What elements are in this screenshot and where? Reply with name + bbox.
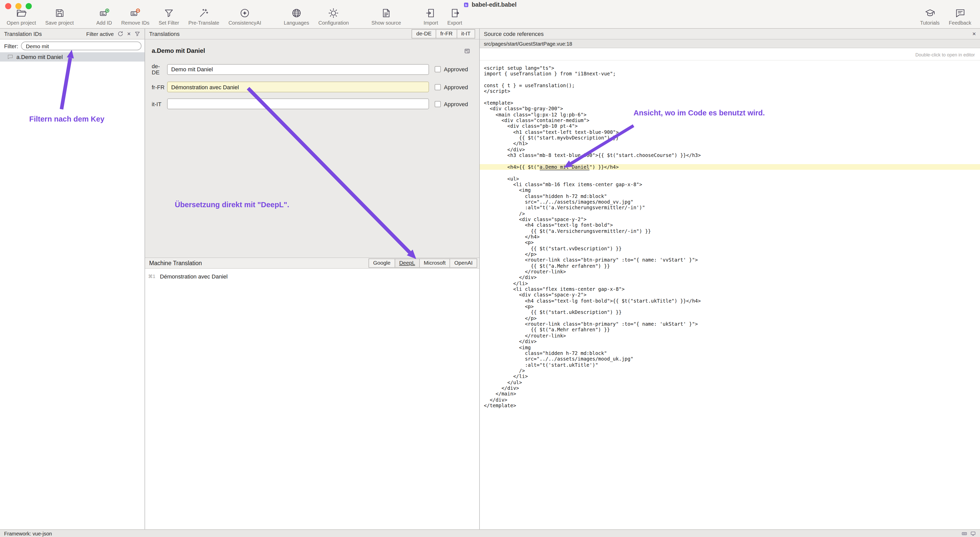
code-line: </script> — [484, 88, 980, 94]
mt-tab-deepl[interactable]: DeepL — [395, 258, 420, 268]
toolbar-button-label: Save project — [45, 20, 74, 25]
mt-tab-google[interactable]: Google — [369, 258, 395, 268]
display-icon[interactable] — [970, 531, 976, 536]
translation-row-de-DE: de-DEApproved — [152, 63, 471, 75]
toolbar-open-project-button[interactable]: Open project — [2, 8, 41, 25]
source-code-title: Source code references — [484, 31, 544, 37]
code-line: <div class="pb-10 pt-4"> — [484, 123, 980, 129]
toolbar-button-label: Import — [424, 20, 438, 25]
translations-header: Translations de-DEfr-FRit-IT — [145, 29, 479, 40]
filter-input[interactable] — [21, 41, 142, 50]
translation-id-label: a.Demo mit Daniel — [16, 54, 63, 60]
main-area: Translation IDs Filter active × Filter: … — [0, 29, 980, 529]
open-editor-hint: Double-click to open in editor — [480, 48, 980, 61]
toolbar-set-filter-button[interactable]: Set Filter — [154, 8, 184, 25]
language-tab-de-DE[interactable]: de-DE — [412, 29, 436, 38]
tag-minus-icon — [130, 8, 141, 19]
translation-input-it-IT[interactable] — [167, 99, 429, 109]
mt-tab-microsoft[interactable]: Microsoft — [420, 258, 450, 268]
mt-suggestion-row[interactable]: ⌘1 Démonstration avec Daniel — [148, 272, 476, 280]
toolbar-consistencyai-button[interactable]: ConsistencyAI — [224, 8, 266, 25]
translation-rows: de-DEApprovedfr-FRApprovedit-ITApproved — [152, 63, 471, 109]
code-line: </router-link> — [484, 269, 980, 275]
window-title-text: babel-edit.babel — [471, 2, 516, 8]
toolbar-add-id-button[interactable]: Add ID — [92, 8, 117, 25]
code-line: </div> — [484, 275, 980, 280]
code-line: </li> — [484, 373, 980, 379]
translation-row-fr-FR: fr-FRApproved — [152, 81, 471, 92]
mt-tab-openai[interactable]: OpenAI — [450, 258, 477, 268]
toolbar-tutorials-button[interactable]: Tutorials — [915, 8, 944, 25]
toolbar-button-label: Feedback — [949, 20, 971, 25]
translation-ids-title: Translation IDs — [4, 31, 42, 37]
code-line: <router-link class="btn-primary" :to="{ … — [484, 257, 980, 263]
machine-translation-body: ⌘1 Démonstration avec Daniel — [145, 269, 479, 529]
approved-checkbox[interactable] — [434, 101, 441, 107]
code-line: </template> — [484, 403, 980, 408]
code-line: {{ $t("a.Versicherungsvermittler/-in") }… — [484, 228, 980, 234]
toolbar-feedback-button[interactable]: Feedback — [944, 8, 976, 25]
file-reference-bar[interactable]: src/pages/start/GuestStartPage.vue:18 — [480, 40, 980, 48]
code-line: {{ $t("a.Mehr erfahren") }} — [484, 263, 980, 269]
globe-icon — [291, 8, 302, 19]
toolbar-button-label: Set Filter — [159, 20, 179, 25]
mt-shortcut-badge: ⌘1 — [148, 274, 155, 279]
toolbar-configuration-button[interactable]: Configuration — [314, 8, 353, 25]
translations-content: a.Demo mit Daniel de-DEApprovedfr-FRAppr… — [145, 40, 479, 258]
toolbar-pre-translate-button[interactable]: Pre-Translate — [184, 8, 224, 25]
babeledit-window: b babel-edit.babel Open projectSave proj… — [0, 0, 980, 537]
toolbar-save-project-button[interactable]: Save project — [41, 8, 78, 25]
machine-translation-tabs: GoogleDeepLMicrosoftOpenAI — [369, 258, 477, 268]
save-icon — [54, 8, 65, 19]
source-code-header: Source code references × — [480, 29, 980, 40]
filter-row: Filter: — [0, 40, 145, 52]
code-line: <img — [484, 187, 980, 193]
code-line: {{ $t("start.vvDescription") }} — [484, 245, 980, 251]
annotation-deepl-note: Übersetzung direkt mit "DeepL". — [175, 201, 289, 209]
sparkle-badge-icon — [239, 8, 250, 19]
refresh-icon[interactable] — [118, 31, 124, 37]
status-bar: Framework: vue-json — [0, 529, 980, 537]
translation-id-item[interactable]: a.Demo mit Daniel — [0, 52, 145, 62]
code-line: <h4 class="text-lg font-bold">{{ $t("sta… — [484, 298, 980, 304]
code-line: <router-link class="btn-primary" :to="{ … — [484, 321, 980, 327]
approved-label: Approved — [444, 84, 471, 90]
translation-input-de-DE[interactable] — [167, 64, 429, 75]
approved-checkbox[interactable] — [434, 84, 441, 90]
keyboard-icon[interactable] — [961, 531, 967, 536]
close-panel-icon[interactable]: × — [972, 31, 976, 37]
translations-title: Translations — [149, 31, 180, 37]
code-line: :alt="t('a.Versicherungsvermittler/-in')… — [484, 205, 980, 211]
annotation-source-note: Ansicht, wo im Code es benutzt wird. — [633, 109, 765, 117]
toolbar-show-source-button[interactable]: Show source — [367, 8, 406, 25]
language-label: fr-FR — [152, 84, 167, 90]
language-label: de-DE — [152, 63, 167, 75]
wand-icon — [198, 8, 209, 19]
import-icon — [425, 8, 436, 19]
approved-checkbox[interactable] — [434, 66, 441, 72]
code-line — [484, 170, 980, 176]
language-tab-fr-FR[interactable]: fr-FR — [436, 29, 457, 38]
toolbar-languages-button[interactable]: Languages — [279, 8, 314, 25]
toolbar-remove-ids-button[interactable]: Remove IDs — [117, 8, 154, 25]
tutorials-icon — [924, 8, 935, 19]
filter-icon[interactable] — [134, 31, 140, 37]
clear-filter-icon[interactable]: × — [127, 31, 131, 37]
export-icon — [449, 8, 460, 19]
code-line: </router-link> — [484, 333, 980, 339]
toolbar-import-button[interactable]: Import — [419, 8, 443, 25]
code-line — [484, 158, 980, 164]
approved-label: Approved — [444, 101, 471, 107]
toolbar-button-label: Tutorials — [920, 20, 940, 25]
code-line: </div> — [484, 385, 980, 391]
approved-label: Approved — [444, 66, 471, 72]
machine-translation-header: Machine Translation GoogleDeepLMicrosoft… — [145, 258, 479, 269]
language-tab-it-IT[interactable]: it-IT — [457, 29, 475, 38]
translation-input-fr-FR[interactable] — [167, 81, 429, 92]
code-line: src="../../assets/images/mood_vv.jpg" — [484, 199, 980, 205]
code-line: <h4 class="text-lg font-bold"> — [484, 222, 980, 228]
code-line: :alt="t('start.ukTitle')" — [484, 362, 980, 368]
source-references-icon[interactable] — [464, 48, 471, 54]
code-line — [484, 94, 980, 100]
toolbar-export-button[interactable]: Export — [443, 8, 467, 25]
